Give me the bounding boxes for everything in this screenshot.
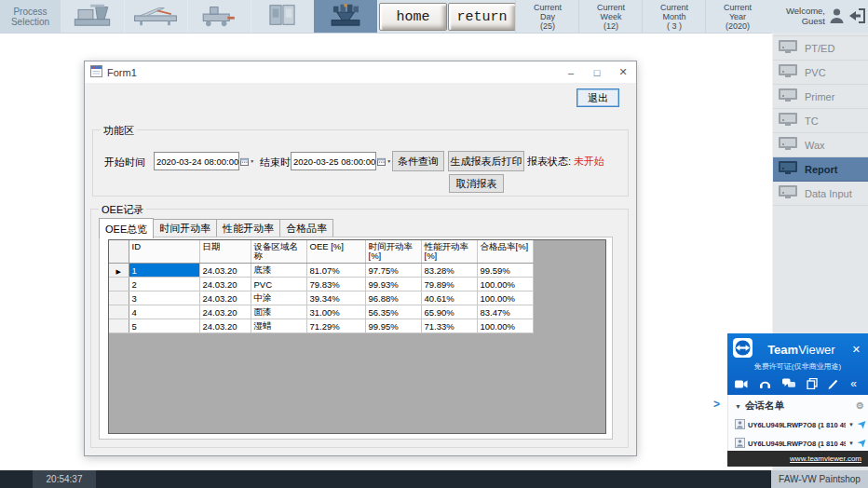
sidebar-item-primer[interactable]: Primer [773,85,868,109]
session-panel: ▼ 会话名单 ⚙ UY6LU949LRWP7O8 (1 810 496 2 ▼ … [727,395,868,451]
caret-down-icon[interactable]: ▼ [735,403,741,410]
tab-oee-overview[interactable]: OEE总览 [99,218,154,238]
cell[interactable]: 71.29% [306,319,365,333]
cell[interactable]: 79.83% [306,278,365,291]
sidebar-item-report[interactable]: Report [773,157,868,182]
cell[interactable]: 2 [129,278,199,291]
cell[interactable]: 100.00% [477,319,533,333]
machine-tile-conveyor[interactable] [124,0,188,33]
col-header-oee[interactable]: OEE [%] [306,240,365,264]
machine-tile-mixer[interactable] [61,0,125,33]
cell[interactable]: 31.00% [306,305,365,319]
chevron-down-icon[interactable]: ▼ [848,422,854,427]
sidebar-item-tc[interactable]: TC [773,109,868,133]
tab-quality-rate[interactable]: 合格品率 [279,219,333,237]
home-button[interactable]: home [379,3,447,31]
cell[interactable]: 83.47% [477,305,533,319]
session-item[interactable]: UY6LU949LRWP7O8 (1 810 496 2 ▼ [728,415,868,434]
cell[interactable]: 65.90% [421,305,477,319]
cell[interactable]: PVC [251,278,306,291]
cell[interactable]: 100.00% [477,291,533,305]
chevron-down-icon[interactable]: ▼ [848,441,854,446]
teamviewer-link[interactable]: www.teamviewer.com [790,454,861,463]
col-header-perf-rate[interactable]: 性能开动率[%] [421,240,477,264]
condition-query-button[interactable]: 条件查询 [392,151,444,171]
cell[interactable]: 1 [129,264,199,278]
connect-cursor-icon[interactable] [857,435,866,452]
cell[interactable]: 湿蜡 [251,319,306,333]
exit-button[interactable]: 退出 [576,88,619,107]
cell[interactable]: 99.93% [365,278,421,291]
cell[interactable]: 面漆 [251,305,306,319]
report-status: 报表状态:未开始 [527,155,604,169]
minimize-icon[interactable]: – [558,61,584,83]
cell[interactable]: 100.00% [477,278,533,291]
teamviewer-close-icon[interactable]: ✕ [850,344,862,356]
cell[interactable]: 24.03.20 [199,319,251,333]
tab-performance-rate[interactable]: 性能开动率 [216,219,280,237]
sidebar-item-pvc[interactable]: PVC [773,61,868,85]
form-window[interactable]: Form1 – □ ✕ 退出 功能区 开始时间 2020-03-24 08:00… [84,61,637,456]
cell[interactable]: 83.28% [421,264,477,278]
cell[interactable]: 5 [129,319,199,333]
sidebar-item-data-input[interactable]: Data Input [773,182,868,206]
oee-datagrid[interactable]: ID 日期 设备区域名称 OEE [%] 时间开动率[%] 性能开动率[%] 合… [108,239,606,434]
oee-tabpage: ID 日期 设备区域名称 OEE [%] 时间开动率[%] 性能开动率[%] 合… [99,237,613,440]
close-icon[interactable]: ✕ [610,61,636,83]
chat-icon[interactable] [782,378,795,389]
video-icon[interactable] [735,379,748,389]
cell[interactable]: 24.03.20 [199,278,251,291]
end-time-picker[interactable]: 2020-03-25 08:00:00 ▼ [291,152,376,170]
cell[interactable]: 24.03.20 [199,305,251,319]
cell[interactable]: 96.88% [365,291,421,305]
tab-time-rate[interactable]: 时间开动率 [153,219,217,237]
cell[interactable]: 4 [129,305,199,319]
gear-icon[interactable]: ⚙ [856,401,864,411]
col-header-id[interactable]: ID [129,240,199,264]
annotate-icon[interactable] [828,378,839,389]
cell[interactable]: 3 [129,291,199,305]
cell[interactable]: 99.59% [477,264,533,278]
process-selection-label: Process Selection [0,0,61,33]
machine-tile-multihead-weigher[interactable] [314,0,378,33]
machine-tile-cartoner[interactable] [251,0,315,33]
headset-icon[interactable] [759,378,771,389]
session-item[interactable]: UY6LU949LRWP7O8 (1 810 496 2 ▼ [728,434,868,453]
col-header-area[interactable]: 设备区域名称 [251,240,306,264]
expand-sessions-chevron-icon[interactable]: > [713,398,720,411]
contact-icon [735,416,745,433]
cancel-report-button[interactable]: 取消报表 [449,174,504,193]
logout-icon[interactable] [848,7,866,28]
files-icon[interactable] [807,378,818,389]
maximize-icon[interactable]: □ [584,61,610,83]
multihead-weigher-icon [322,2,369,32]
cell[interactable]: 56.35% [365,305,421,319]
connect-cursor-icon[interactable] [857,416,866,433]
cell[interactable]: 24.03.20 [199,264,251,278]
machine-tile-wrapper[interactable] [187,0,251,33]
mixer-machine-icon [69,2,115,32]
cell[interactable]: 81.07% [306,264,365,278]
form-title-bar[interactable]: Form1 – □ ✕ [85,61,636,83]
return-button[interactable]: return [448,3,516,31]
sidebar-item-wax[interactable]: Wax [773,133,868,157]
cell[interactable]: 底漆 [251,264,306,278]
cell[interactable]: 79.89% [421,278,477,291]
cell[interactable]: 中涂 [251,291,306,305]
wrapper-machine-icon [196,2,242,32]
col-header-quality-rate[interactable]: 合格品率[%] [477,240,533,264]
cell[interactable]: 40.61% [421,291,477,305]
cell[interactable]: 99.95% [365,319,421,333]
generate-print-button[interactable]: 生成报表后打印 [448,151,524,171]
calendar-icon [377,153,386,169]
cell[interactable]: 71.33% [421,319,477,333]
cell[interactable]: 97.75% [365,264,421,278]
col-header-time-rate[interactable]: 时间开动率[%] [365,240,421,264]
teamviewer-license-label: 免费许可证(仅非商业用途) [727,361,868,372]
col-header-date[interactable]: 日期 [199,240,251,264]
cell[interactable]: 39.34% [306,291,365,305]
cell[interactable]: 24.03.20 [199,291,251,305]
collapse-icon[interactable]: « [850,379,857,388]
sidebar-item-pted[interactable]: PT/ED [773,35,868,61]
start-time-picker[interactable]: 2020-03-24 08:00:00 ▼ [154,152,239,170]
